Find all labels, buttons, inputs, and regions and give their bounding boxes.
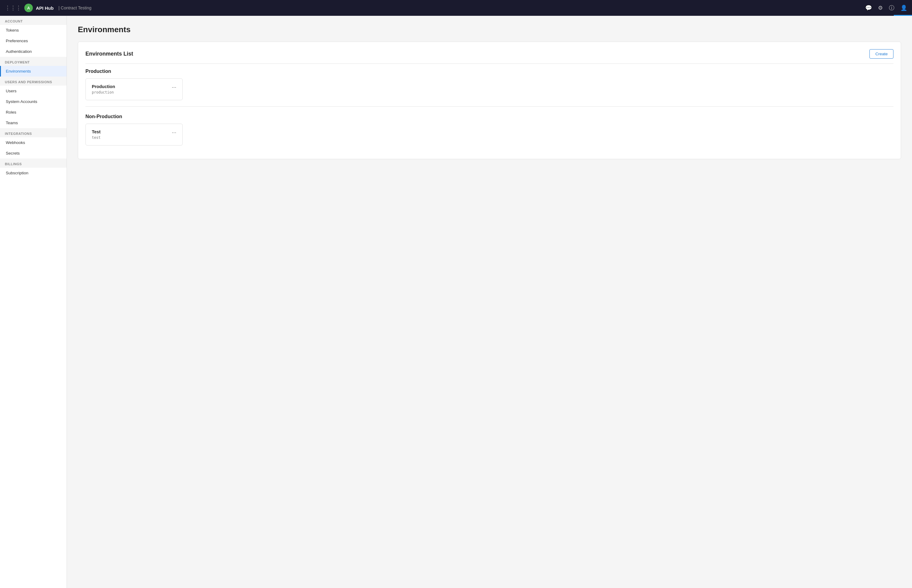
main-content: Environments Environments List Create Pr… (67, 16, 912, 588)
env-name-test: Test (92, 129, 100, 134)
sidebar-item-authentication[interactable]: Authentication (0, 46, 66, 57)
divider (86, 63, 893, 64)
user-icon[interactable]: 👤 (901, 5, 907, 11)
page-title: Environments (78, 25, 901, 34)
env-section-1: Non-ProductionTesttest··· (86, 114, 893, 145)
env-menu-production[interactable]: ··· (172, 84, 176, 90)
sidebar-section-account: ACCOUNT (0, 16, 66, 25)
sidebar-item-secrets[interactable]: Secrets (0, 148, 66, 158)
app-subtitle: | Contract Testing (58, 5, 91, 10)
env-slug-production: production (92, 90, 115, 94)
env-section-0: ProductionProductionproduction··· (86, 69, 893, 107)
sidebar-item-teams[interactable]: Teams (0, 118, 66, 128)
top-nav: ⋮⋮⋮ A API Hub | Contract Testing 💬 ⚙ ⓘ 👤 (0, 0, 912, 16)
sidebar-section-users-and-permissions: USERS AND PERMISSIONS (0, 76, 66, 86)
environments-list-card: Environments List Create ProductionProdu… (78, 42, 901, 159)
sidebar-section-integrations: INTEGRATIONS (0, 128, 66, 137)
main-layout: ACCOUNTTokensPreferencesAuthenticationDE… (0, 16, 912, 588)
active-tab-indicator (894, 15, 912, 16)
create-button[interactable]: Create (870, 49, 893, 59)
settings-icon[interactable]: ⚙ (878, 5, 883, 11)
env-section-title-1: Non-Production (86, 114, 893, 120)
env-card-production[interactable]: Productionproduction··· (86, 78, 183, 100)
sidebar-item-preferences[interactable]: Preferences (0, 36, 66, 46)
chat-icon[interactable]: 💬 (865, 5, 872, 11)
env-sections: ProductionProductionproduction···Non-Pro… (86, 69, 893, 145)
sidebar-item-webhooks[interactable]: Webhooks (0, 137, 66, 148)
env-section-title-0: Production (86, 69, 893, 74)
sidebar-item-tokens[interactable]: Tokens (0, 25, 66, 36)
sidebar-item-environments[interactable]: Environments (0, 66, 66, 76)
env-card-test[interactable]: Testtest··· (86, 124, 183, 145)
section-divider (86, 106, 893, 107)
sidebar: ACCOUNTTokensPreferencesAuthenticationDE… (0, 16, 67, 588)
list-title: Environments List (86, 51, 133, 57)
app-name: API Hub (36, 5, 53, 11)
env-slug-test: test (92, 136, 100, 140)
help-icon[interactable]: ⓘ (889, 4, 894, 11)
sidebar-section-deployment: DEPLOYMENT (0, 57, 66, 66)
sidebar-item-system-accounts[interactable]: System Accounts (0, 96, 66, 107)
sidebar-section-billings: BILLINGS (0, 158, 66, 168)
env-name-production: Production (92, 84, 115, 89)
grid-icon[interactable]: ⋮⋮⋮ (5, 5, 21, 11)
sidebar-item-users[interactable]: Users (0, 86, 66, 96)
sidebar-item-subscription[interactable]: Subscription (0, 168, 66, 178)
list-header: Environments List Create (86, 49, 893, 59)
sidebar-item-roles[interactable]: Roles (0, 107, 66, 118)
app-logo: A (24, 4, 33, 12)
env-menu-test[interactable]: ··· (172, 129, 176, 136)
